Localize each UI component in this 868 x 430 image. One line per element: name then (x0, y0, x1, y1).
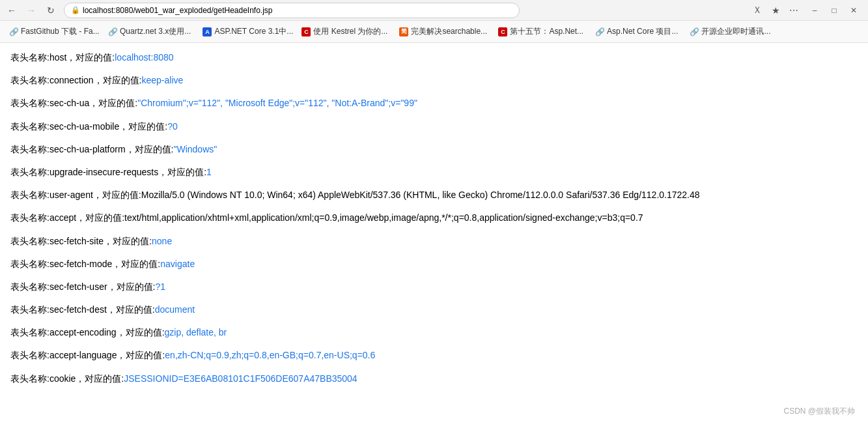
header-value: localhost:8080 (115, 52, 173, 63)
header-row: 表头名称:accept，对应的值:text/html,application/x… (10, 210, 858, 226)
bookmark-label: 完美解决searchable... (411, 26, 487, 37)
browser-window: ← → ↻ 🔒 localhost:8080/web01_war_explode… (0, 0, 868, 430)
header-row: 表头名称:sec-fetch-site，对应的值:none (10, 233, 858, 250)
bookmark-fastgithub[interactable]: 🔗 FastGithub 下载 - Fa... (4, 24, 102, 39)
watermark: CSDN @假装我不帅 (783, 406, 855, 417)
bookmark-icon: 🔗 (9, 27, 18, 36)
header-label: 表头名称:sec-fetch-site，对应的值: (10, 236, 152, 246)
header-row: 表头名称:accept-language，对应的值:en,zh-CN;q=0.9… (10, 347, 858, 364)
bookmark-icon: C (498, 27, 507, 36)
secure-icon: 🔒 (71, 6, 80, 14)
header-value: navigate (160, 259, 195, 269)
bookmark-quartz[interactable]: 🔗 Quartz.net 3.x使用... (103, 24, 196, 39)
header-label: 表头名称:sec-ch-ua-mobile，对应的值: (10, 121, 167, 132)
header-value: text/html,application/xhtml+xml,applicat… (124, 212, 643, 223)
bookmark-label: 第十五节：Asp.Net... (510, 26, 583, 37)
header-row: 表头名称:sec-ch-ua-mobile，对应的值:?0 (10, 119, 858, 135)
bookmark-label: Quartz.net 3.x使用... (120, 26, 191, 37)
header-row: 表头名称:connection，对应的值:keep-alive (10, 72, 858, 89)
header-label: 表头名称:sec-ch-ua，对应的值: (10, 98, 137, 108)
header-value: gzip, deflate, br (165, 327, 227, 337)
minimize-button[interactable]: – (805, 4, 824, 17)
bookmark-aspnetcoreproject[interactable]: 🔗 Asp.Net Core 项目... (590, 24, 683, 39)
bookmark-kestrel[interactable]: C 使用 Kestrel 为你的... (296, 24, 393, 39)
bookmark-icon: C (301, 27, 311, 36)
bookmark-label: FastGithub 下载 - Fa... (21, 26, 100, 37)
header-value: ?0 (167, 121, 178, 132)
headers-list: 表头名称:host，对应的值:localhost:8080表头名称:connec… (10, 50, 858, 387)
header-label: 表头名称:sec-ch-ua-platform，对应的值: (10, 144, 173, 154)
header-row: 表头名称:user-agent，对应的值:Mozilla/5.0 (Window… (10, 187, 858, 203)
header-label: 表头名称:accept-language，对应的值: (10, 350, 165, 360)
bookmark-searchable[interactable]: 简 完美解决searchable... (394, 24, 492, 39)
bookmark-icon: 🔗 (108, 27, 117, 36)
header-row: 表头名称:accept-encoding，对应的值:gzip, deflate,… (10, 324, 858, 341)
header-label: 表头名称:upgrade-insecure-requests，对应的值: (10, 167, 206, 177)
header-value: JSESSIONID=E3E6AB08101C1F506DE607A47BB35… (124, 373, 357, 384)
header-row: 表头名称:sec-fetch-mode，对应的值:navigate (10, 256, 858, 272)
profile-icon[interactable]: Ｘ (751, 4, 764, 17)
bookmark-label: 开源企业即时通讯... (701, 26, 770, 37)
header-label: 表头名称:accept-encoding，对应的值: (10, 327, 165, 337)
bookmark-enterprise-im[interactable]: 🔗 开源企业即时通讯... (684, 24, 776, 39)
back-button[interactable]: ← (5, 4, 18, 17)
bookmark-icon: 🔗 (595, 27, 604, 36)
favorites-icon[interactable]: ★ (769, 4, 782, 17)
header-row: 表头名称:sec-fetch-dest，对应的值:document (10, 302, 858, 318)
bookmark-label: Asp.Net Core 项目... (607, 26, 678, 37)
header-label: 表头名称:accept，对应的值: (10, 212, 124, 223)
bookmark-aspnet15[interactable]: C 第十五节：Asp.Net... (493, 24, 589, 39)
url-text: localhost:8080/web01_war_exploded/getHea… (83, 6, 273, 15)
nav-controls: ← → ↻ 🔒 localhost:8080/web01_war_explode… (5, 3, 746, 18)
bookmark-label: 使用 Kestrel 为你的... (313, 26, 387, 37)
toolbar-right: Ｘ ★ ⋯ (751, 4, 800, 17)
header-label: 表头名称:user-agent，对应的值: (10, 190, 141, 200)
forward-button[interactable]: → (25, 4, 38, 17)
close-button[interactable]: ✕ (845, 4, 863, 17)
maximize-button[interactable]: □ (825, 4, 843, 17)
header-value: none (152, 236, 172, 246)
address-bar[interactable]: 🔒 localhost:8080/web01_war_exploded/getH… (64, 3, 520, 18)
header-value: 1 (206, 167, 212, 177)
header-value: keep-alive (142, 75, 184, 85)
header-value: "Chromium";v="112", "Microsoft Edge";v="… (137, 98, 417, 108)
header-row: 表头名称:cookie，对应的值:JSESSIONID=E3E6AB08101C… (10, 371, 858, 387)
header-label: 表头名称:cookie，对应的值: (10, 373, 124, 384)
bookmark-icon: 🔗 (690, 27, 699, 36)
header-value: en,zh-CN;q=0.9,zh;q=0.8,en-GB;q=0.7,en-U… (165, 350, 375, 360)
bookmark-label: ASP.NET Core 3.1中... (214, 26, 293, 37)
header-value: document (155, 304, 195, 315)
header-row: 表头名称:sec-ch-ua，对应的值:"Chromium";v="112", … (10, 95, 858, 111)
bookmark-aspnetcore[interactable]: A ASP.NET Core 3.1中... (197, 24, 295, 39)
more-icon[interactable]: ⋯ (787, 4, 800, 17)
header-label: 表头名称:sec-fetch-dest，对应的值: (10, 304, 155, 315)
header-value: Mozilla/5.0 (Windows NT 10.0; Win64; x64… (141, 190, 700, 200)
window-controls: – □ ✕ (805, 4, 863, 17)
bookmark-icon: A (203, 27, 212, 36)
content-area: 表头名称:host，对应的值:localhost:8080表头名称:connec… (0, 43, 868, 430)
header-row: 表头名称:sec-fetch-user，对应的值:?1 (10, 279, 858, 295)
header-label: 表头名称:sec-fetch-user，对应的值: (10, 281, 155, 292)
title-bar: ← → ↻ 🔒 localhost:8080/web01_war_explode… (0, 0, 868, 21)
header-label: 表头名称:sec-fetch-mode，对应的值: (10, 259, 160, 269)
header-row: 表头名称:upgrade-insecure-requests，对应的值:1 (10, 164, 858, 180)
bookmark-icon: 简 (399, 27, 408, 36)
header-row: 表头名称:host，对应的值:localhost:8080 (10, 50, 858, 66)
header-row: 表头名称:sec-ch-ua-platform，对应的值:"Windows" (10, 141, 858, 158)
header-label: 表头名称:host，对应的值: (10, 52, 115, 63)
header-label: 表头名称:connection，对应的值: (10, 75, 142, 85)
reload-button[interactable]: ↻ (44, 4, 57, 17)
header-value: "Windows" (173, 144, 217, 154)
bookmarks-bar: 🔗 FastGithub 下载 - Fa... 🔗 Quartz.net 3.x… (0, 21, 868, 43)
header-value: ?1 (155, 281, 165, 292)
